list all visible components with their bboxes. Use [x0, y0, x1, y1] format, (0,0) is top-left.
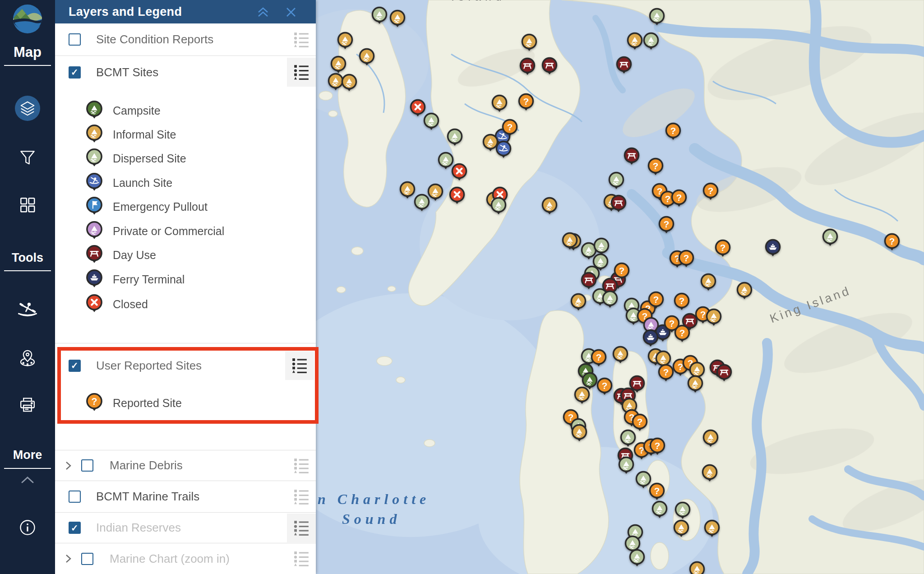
map-marker-rp[interactable] — [657, 215, 675, 236]
private-commercial-pin-icon — [85, 220, 104, 242]
layer-row-user-reported-sites[interactable]: User Reported Sites — [55, 351, 316, 380]
map-marker-ds[interactable] — [651, 500, 669, 521]
layer-checkbox[interactable] — [81, 459, 93, 472]
layer-checkbox[interactable] — [69, 360, 81, 372]
map-marker-rp[interactable] — [677, 249, 695, 270]
map-marker-cl[interactable] — [448, 185, 466, 207]
nav-layers-button[interactable] — [0, 96, 55, 121]
legend-toggle-button[interactable] — [287, 482, 316, 511]
layer-checkbox[interactable] — [69, 66, 81, 79]
legend-toggle-button[interactable] — [285, 351, 314, 380]
nav-basemap-button[interactable] — [0, 195, 55, 214]
map-marker-rp[interactable] — [702, 181, 720, 203]
nav-collapse-button[interactable] — [0, 474, 55, 486]
map-marker-in[interactable] — [358, 47, 376, 69]
nav-print-button[interactable] — [0, 395, 55, 415]
map-marker-in[interactable] — [520, 32, 538, 54]
map-marker-cl[interactable] — [450, 162, 468, 184]
map-marker-du[interactable] — [518, 56, 536, 78]
map-marker-rp[interactable] — [613, 261, 631, 283]
map-marker-in[interactable] — [573, 385, 591, 407]
legend-item-informal-site: Informal Site — [85, 123, 176, 146]
map-marker-ds[interactable] — [601, 289, 619, 311]
app-logo[interactable] — [0, 4, 55, 34]
nav-filter-button[interactable] — [0, 148, 55, 167]
map-marker-ft[interactable] — [642, 328, 660, 350]
layer-row-marine-chart[interactable]: Marine Chart (zoom in) — [55, 543, 316, 574]
layer-checkbox[interactable] — [69, 491, 81, 503]
map-marker-ds[interactable] — [821, 227, 839, 249]
layer-row-marine-debris[interactable]: Marine Debris — [55, 450, 316, 481]
panel-close-icon[interactable] — [283, 5, 299, 20]
map-marker-in[interactable] — [569, 292, 587, 314]
bcmt-map-app: Map — [0, 0, 924, 574]
nav-locate-site-button[interactable] — [0, 347, 55, 368]
map-marker-ds[interactable] — [370, 5, 388, 27]
map-marker-du[interactable] — [715, 363, 733, 384]
map-marker-ds[interactable] — [422, 111, 440, 133]
nav-paddle-tool-button[interactable] — [0, 298, 55, 319]
map-marker-in[interactable] — [688, 560, 706, 574]
map-marker-ds[interactable] — [490, 196, 508, 218]
map-marker-ds[interactable] — [413, 193, 431, 214]
map-marker-in[interactable] — [388, 9, 407, 30]
map-marker-ft[interactable] — [764, 238, 782, 259]
map-marker-in[interactable] — [490, 93, 508, 115]
map-marker-du[interactable] — [615, 55, 633, 77]
map-marker-rp[interactable] — [517, 92, 535, 114]
legend-toggle-button[interactable] — [287, 451, 316, 480]
map-marker-in[interactable] — [703, 518, 721, 540]
map-marker-in[interactable] — [672, 518, 690, 540]
map-marker-in[interactable] — [701, 463, 719, 485]
map-marker-rp[interactable] — [590, 348, 608, 370]
layer-row-site-condition-reports[interactable]: Site Condition Reports — [55, 23, 316, 56]
map-marker-rp[interactable] — [883, 232, 901, 254]
map-marker-du[interactable] — [541, 56, 559, 78]
map-marker-in[interactable] — [336, 31, 354, 52]
map-marker-rp[interactable] — [648, 436, 666, 458]
layer-row-bcmt-sites[interactable]: BCMT Sites — [55, 56, 316, 88]
layer-checkbox[interactable] — [81, 553, 93, 565]
layer-row-indian-reserves[interactable]: Indian Reserves — [55, 513, 316, 543]
expand-chevron-icon[interactable] — [63, 461, 73, 471]
map-canvas[interactable]: Island King Island n Charlotte Sound — [316, 0, 924, 574]
map-marker-du[interactable] — [610, 194, 628, 215]
layer-checkbox[interactable] — [69, 33, 81, 46]
map-marker-rp[interactable] — [670, 188, 688, 210]
legend-toggle-button[interactable] — [287, 544, 316, 573]
map-marker-rp[interactable] — [714, 238, 732, 260]
map-marker-rp[interactable] — [673, 292, 691, 313]
legend-toggle-button[interactable] — [287, 514, 316, 542]
map-marker-in[interactable] — [481, 133, 499, 154]
panel-collapse-icon[interactable] — [255, 5, 271, 20]
map-marker-in[interactable] — [702, 428, 720, 450]
map-marker-in[interactable] — [561, 231, 579, 253]
legend-toggle-button[interactable] — [287, 58, 316, 87]
map-marker-in[interactable] — [541, 196, 559, 218]
layer-row-bcmt-marine-trails[interactable]: BCMT Marine Trails — [55, 481, 316, 512]
map-marker-rp[interactable] — [501, 118, 519, 139]
map-marker-in[interactable] — [611, 345, 629, 366]
map-marker-ds[interactable] — [617, 455, 635, 477]
map-marker-in[interactable] — [699, 272, 717, 294]
layer-checkbox[interactable] — [69, 522, 81, 534]
map-marker-rp[interactable] — [647, 157, 665, 178]
map-marker-ds[interactable] — [446, 127, 464, 149]
map-marker-ds[interactable] — [607, 171, 625, 192]
expand-chevron-icon[interactable] — [63, 554, 73, 564]
map-marker-du[interactable] — [623, 146, 641, 168]
map-marker-in[interactable] — [340, 73, 358, 94]
map-marker-ds[interactable] — [642, 31, 660, 53]
map-marker-in[interactable] — [686, 374, 704, 396]
map-marker-in[interactable] — [735, 281, 753, 302]
legend-toggle-button[interactable] — [287, 25, 316, 54]
map-marker-in[interactable] — [570, 423, 588, 444]
map-marker-in[interactable] — [705, 307, 723, 329]
map-marker-ds[interactable] — [628, 548, 646, 569]
map-marker-in[interactable] — [626, 31, 644, 53]
map-marker-ds[interactable] — [648, 7, 666, 28]
nav-info-button[interactable] — [0, 517, 55, 538]
map-marker-rp[interactable] — [596, 376, 614, 398]
map-marker-rp[interactable] — [664, 121, 682, 143]
map-marker-rp[interactable] — [673, 324, 691, 345]
